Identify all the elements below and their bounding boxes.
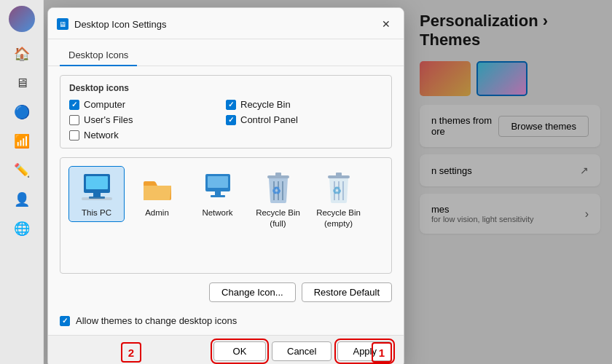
allow-themes-row[interactable]: Allow themes to change desktop icons (48, 311, 404, 335)
this-pc-icon-img (79, 170, 114, 205)
action-row: Change Icon... Restore Default (60, 282, 392, 302)
ok-button[interactable]: OK (213, 341, 266, 361)
badge-number-1: 1 (372, 342, 392, 363)
checkbox-network[interactable]: Network (69, 130, 226, 141)
sidebar-icon-pen[interactable]: ✏️ (9, 157, 35, 183)
icon-admin[interactable]: Admin (130, 167, 184, 221)
checkbox-network-box (69, 130, 79, 141)
icon-recycle-bin-empty[interactable]: ♻ Recycle Bin(empty) (311, 167, 366, 232)
checkbox-users-files-box (69, 115, 79, 125)
recycle-bin-full-label: Recycle Bin(full) (256, 207, 300, 229)
recycle-bin-empty-label: Recycle Bin(empty) (316, 207, 361, 229)
sidebar-icon-home[interactable]: 🏠 (9, 41, 35, 67)
svg-text:♻: ♻ (332, 185, 342, 197)
checkbox-network-label: Network (84, 130, 119, 141)
icons-grid: This PC Admin (60, 157, 392, 274)
checkboxes-col-right: Recycle Bin Control Panel (226, 99, 382, 141)
allow-themes-label: Allow themes to change desktop icons (76, 315, 237, 326)
bin-full-svg: ♻ (264, 171, 292, 203)
dialog-titlebar: 🖥 Desktop Icon Settings ✕ (48, 8, 404, 39)
network-svg (201, 173, 235, 202)
bin-empty-svg: ♻ (325, 171, 353, 203)
dialog-body: Desktop icons Computer User's Files (48, 75, 404, 335)
this-pc-label: This PC (82, 207, 111, 218)
checkbox-recycle-bin-label: Recycle Bin (240, 99, 291, 110)
icon-this-pc[interactable]: This PC (69, 167, 124, 221)
svg-rect-6 (208, 176, 228, 188)
monitor-icon: 🖥 (59, 20, 66, 28)
dialog-title-left: 🖥 Desktop Icon Settings (57, 18, 166, 30)
restore-default-button[interactable]: Restore Default (302, 282, 392, 302)
cancel-button[interactable]: Cancel (272, 341, 332, 361)
sidebar-icon-wifi[interactable]: 📶 (9, 128, 35, 154)
checkbox-control-panel[interactable]: Control Panel (226, 114, 382, 125)
admin-label: Admin (145, 207, 169, 218)
checkboxes-row: Computer User's Files Network (69, 99, 382, 141)
admin-icon-img (140, 170, 175, 205)
dialog-title-text: Desktop Icon Settings (74, 19, 166, 30)
checkbox-recycle-bin[interactable]: Recycle Bin (226, 99, 382, 110)
sidebar-icon-bluetooth[interactable]: 🔵 (9, 99, 35, 125)
this-pc-svg (80, 173, 114, 202)
avatar[interactable] (9, 6, 35, 32)
checkbox-users-files-label: User's Files (84, 114, 133, 125)
admin-svg (141, 173, 174, 202)
sidebar-icon-account[interactable]: 👤 (9, 186, 35, 213)
dialog-overlay: 🖥 Desktop Icon Settings ✕ Desktop Icons … (0, 0, 612, 364)
svg-rect-7 (215, 191, 221, 195)
recycle-bin-full-img: ♻ (261, 170, 296, 205)
svg-rect-10 (275, 173, 281, 177)
svg-rect-1 (86, 176, 108, 189)
allow-themes-checkbox[interactable] (60, 316, 70, 326)
desktop-icon-settings-dialog: 🖥 Desktop Icon Settings ✕ Desktop Icons … (47, 7, 404, 364)
checkbox-recycle-bin-box (226, 100, 236, 110)
svg-rect-8 (211, 195, 225, 197)
dialog-icon: 🖥 (57, 18, 68, 30)
icon-network[interactable]: Network (190, 167, 245, 221)
sidebar: 🏠 🖥 🔵 📶 ✏️ 👤 🌐 (0, 0, 44, 364)
checkbox-control-panel-box (226, 115, 236, 125)
dialog-close-button[interactable]: ✕ (377, 15, 395, 33)
svg-text:♻: ♻ (272, 185, 281, 197)
checkbox-computer-box (69, 100, 79, 110)
sidebar-icon-globe[interactable]: 🌐 (9, 215, 35, 242)
checkbox-users-files[interactable]: User's Files (69, 114, 226, 125)
tab-desktop-icons[interactable]: Desktop Icons (60, 45, 137, 66)
section-title: Desktop icons (69, 83, 382, 93)
dialog-tab-bar: Desktop Icons (48, 39, 404, 66)
desktop-icons-section: Desktop icons Computer User's Files (60, 75, 392, 149)
checkbox-computer[interactable]: Computer (69, 99, 226, 110)
network-label: Network (202, 207, 232, 218)
svg-rect-16 (336, 173, 342, 177)
svg-rect-2 (93, 193, 101, 197)
change-icon-button[interactable]: Change Icon... (209, 282, 296, 302)
icon-recycle-bin-full[interactable]: ♻ Recycle Bin(full) (251, 167, 305, 232)
recycle-bin-empty-img: ♻ (321, 170, 356, 205)
badge-number-2: 2 (121, 342, 141, 363)
network-icon-img (200, 170, 235, 205)
sidebar-icon-display[interactable]: 🖥 (9, 70, 35, 96)
checkbox-computer-label: Computer (84, 99, 125, 110)
checkboxes-col-left: Computer User's Files Network (69, 99, 226, 141)
dialog-footer: 2 OK Cancel Apply 1 (48, 335, 404, 364)
checkbox-control-panel-label: Control Panel (240, 114, 298, 125)
svg-rect-4 (82, 197, 112, 200)
